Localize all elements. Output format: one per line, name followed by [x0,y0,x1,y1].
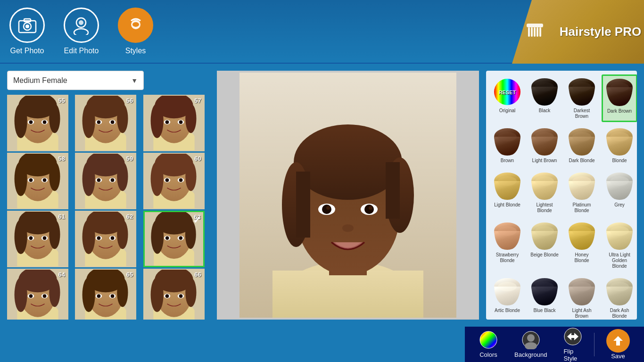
svg-rect-9 [527,24,543,27]
svg-point-199 [610,176,629,186]
svg-point-74 [111,178,115,182]
svg-point-5 [74,29,88,35]
color-swatch-strawberry-blonde[interactable]: Strawberry Blonde [490,219,525,272]
bottom-toolbar: Colors Background Flip Style [465,327,644,362]
style-item[interactable]: 63 ✓ [143,211,205,267]
nav-item-get-photo[interactable]: Get Photo [9,8,45,55]
style-item[interactable]: 64 [7,269,68,320]
svg-point-173 [326,206,330,210]
svg-point-146 [111,294,115,298]
hair-swatch-image [530,222,559,251]
style-item[interactable]: 66 [143,269,205,320]
color-swatch-original[interactable]: RESET Original [490,74,525,122]
swatch-label: Lightest Blonde [530,202,559,214]
swatch-label: Beige Blonde [530,252,559,258]
colors-toolbar-button[interactable]: Colors [472,328,505,361]
swatch-label: Grey [614,202,625,208]
style-item[interactable]: 56 [75,95,136,151]
hair-color-swatch [530,127,559,156]
style-item[interactable]: 61 [7,211,68,267]
color-swatch-light-blonde[interactable]: Light Blonde [490,169,525,216]
color-swatch-beige-blonde[interactable]: Beige Blonde [527,219,562,272]
edit-photo-label: Edit Photo [64,47,99,55]
svg-point-46 [185,104,196,133]
style-item[interactable]: 55 [7,95,68,151]
svg-point-37 [97,120,101,124]
hair-color-swatch [605,127,634,156]
swatch-label: Blue Black [533,308,555,313]
style-item[interactable]: 65 [75,269,136,320]
svg-point-142 [117,278,128,307]
style-number: 64 [58,271,65,278]
style-item[interactable]: 58 [7,153,68,209]
color-swatch-ultra-light-golden-blonde[interactable]: Ultra Light Golden Blonde [602,219,637,272]
svg-point-122 [179,236,182,240]
color-swatch-light-brown[interactable]: Light Brown [527,124,562,166]
style-number: 57 [194,97,201,104]
svg-point-157 [165,294,169,298]
nav-item-styles[interactable]: Styles [118,8,153,55]
hair-swatch-image [567,127,596,156]
brand-logo: Hairstyle PRO [512,0,644,64]
color-swatch-lightest-blonde[interactable]: Lightest Blonde [527,169,562,216]
hair-swatch-image [567,222,596,251]
color-swatch-dark-brown[interactable]: Dark Brown [602,74,637,122]
hair-swatch-image [605,222,634,251]
swatch-label: Ultra Light Golden Blonde [604,252,635,269]
style-number: 61 [58,213,65,220]
style-category-dropdown[interactable]: Medium Female ▼ [7,71,144,90]
svg-point-179 [535,82,554,91]
background-label: Background [514,351,547,358]
background-icon [521,330,540,349]
nav-item-edit-photo[interactable]: Edit Photo [64,8,99,55]
svg-point-181 [572,82,591,91]
hair-swatch-image [530,172,559,201]
svg-point-34 [117,104,128,133]
save-toolbar-button[interactable]: Save [599,327,637,362]
hair-color-swatch [530,277,559,306]
color-swatch-brown[interactable]: Brown [490,124,525,166]
style-item[interactable]: 57 [143,95,205,151]
svg-point-81 [150,161,163,196]
svg-point-69 [83,161,95,196]
svg-point-58 [49,162,60,191]
color-swatch-light-ash-brown[interactable]: Light Ash Brown [564,274,599,320]
svg-point-6 [79,20,83,25]
hair-swatch-image [530,77,559,107]
color-swatch-blonde[interactable]: Blonde [602,124,637,166]
color-swatch-grey[interactable]: Grey [602,169,637,216]
color-swatch-black[interactable]: Black [527,74,562,122]
color-swatch-honey-blonde[interactable]: Honey Blonde [564,219,599,272]
svg-point-85 [165,178,169,182]
save-label: Save [611,353,625,360]
svg-point-110 [111,236,115,240]
hair-color-swatch [530,172,559,201]
hair-color-swatch [493,222,522,251]
swatch-label: Strawberry Blonde [493,252,522,263]
style-item[interactable]: 62 [75,211,136,267]
hair-swatch-image [605,172,634,201]
styles-label: Styles [125,47,146,55]
color-swatch-dark-blonde[interactable]: Dark Blonde [564,124,599,166]
color-swatch-blue-black[interactable]: Blue Black [527,274,562,320]
color-swatch-platinum-blonde[interactable]: Platinum Blonde [564,169,599,216]
color-swatch-darkest-brown[interactable]: Darkest Brown [564,74,599,122]
swatch-label: Dark Brown [607,108,632,114]
svg-point-172 [364,205,374,214]
svg-point-153 [150,277,163,312]
svg-point-25 [29,120,33,124]
swatch-label: Darkest Brown [567,108,596,119]
style-item[interactable]: 60 [143,153,205,209]
hair-color-swatch [605,222,634,251]
color-swatch-artic-blonde[interactable]: Artic Blonde [490,274,525,320]
flip-style-toolbar-button[interactable]: Flip Style [556,325,589,362]
svg-point-134 [43,294,47,298]
swatch-label: Light Blonde [494,202,520,208]
main-preview-image [239,73,456,318]
hair-swatch-image [605,78,634,107]
style-number: 66 [194,271,201,278]
style-item[interactable]: 59 [75,153,136,209]
color-swatch-dark-ash-blonde[interactable]: Dark Ash Blonde [602,274,637,320]
background-toolbar-button[interactable]: Background [507,328,554,361]
svg-point-158 [179,294,182,298]
